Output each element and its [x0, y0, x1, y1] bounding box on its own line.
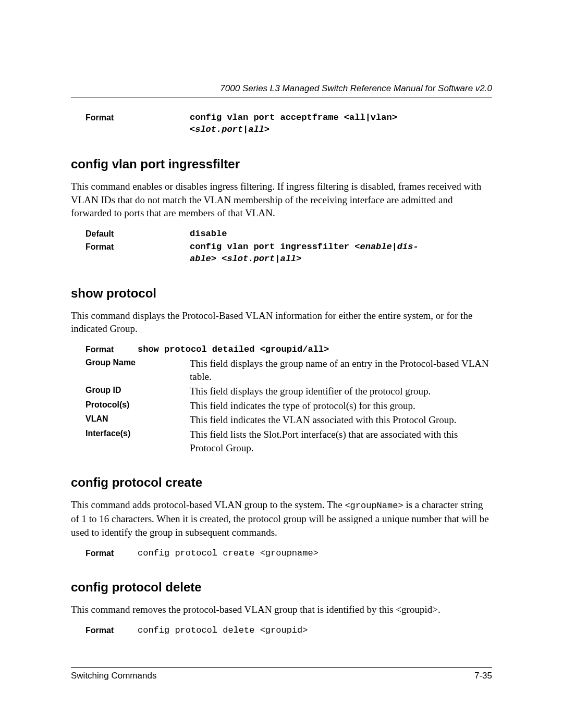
format-row: Format config vlan port ingressfilter <e…	[71, 241, 492, 265]
format-label: Format	[85, 112, 190, 136]
field-desc: This field displays the group identifier…	[190, 385, 492, 398]
section-body: This command removes the protocol-based …	[71, 603, 492, 616]
format-label: Format	[85, 625, 138, 637]
section-body: This command displays the Protocol-Based…	[71, 309, 492, 336]
field-row: Interface(s) This field lists the Slot.P…	[71, 428, 492, 454]
format-row: Format config protocol create <groupname…	[71, 548, 492, 560]
field-desc: This field displays the group name of an…	[190, 357, 492, 384]
field-desc: This field indicates the VLAN associated…	[190, 413, 492, 427]
footer-page-number: 7-35	[474, 671, 492, 681]
running-head: 7000 Series L3 Managed Switch Reference …	[71, 83, 492, 97]
default-label: Default	[85, 228, 190, 240]
format-code-arg: slot.port|all	[227, 254, 296, 264]
format-row: Format config protocol delete <groupid>	[71, 625, 492, 637]
format-line2: <slot.port|all>	[190, 125, 270, 134]
default-value: disable	[190, 228, 492, 240]
page: 7000 Series L3 Managed Switch Reference …	[0, 0, 563, 728]
field-row: VLAN This field indicates the VLAN assoc…	[71, 413, 492, 427]
format-label: Format	[85, 344, 138, 356]
format-row: Format config vlan port acceptframe <all…	[71, 112, 492, 136]
field-label: Group ID	[85, 385, 190, 398]
field-row: Group Name This field displays the group…	[71, 357, 492, 384]
field-row: Protocol(s) This field indicates the typ…	[71, 399, 492, 413]
format-code-arg: enable|dis-	[360, 242, 418, 252]
section-heading-show-protocol: show protocol	[71, 286, 492, 301]
format-code-suffix: >	[296, 254, 301, 264]
section-heading-protocol-create: config protocol create	[71, 475, 492, 490]
format-value: config protocol create <groupname>	[138, 548, 492, 560]
section-heading-ingressfilter: config vlan port ingressfilter	[71, 157, 492, 171]
field-label: VLAN	[85, 413, 190, 427]
format-value: config vlan port acceptframe <all|vlan> …	[190, 112, 492, 136]
section-heading-protocol-delete: config protocol delete	[71, 580, 492, 595]
format-code-arg: able	[190, 254, 211, 264]
format-value: config vlan port ingressfilter <enable|d…	[190, 241, 492, 265]
section-body: This command enables or disables ingress…	[71, 180, 492, 220]
format-label: Format	[85, 548, 138, 560]
footer-section: Switching Commands	[71, 671, 156, 681]
field-label: Group Name	[85, 357, 190, 384]
format-value: show protocol detailed <groupid/all>	[138, 344, 492, 356]
field-desc: This field lists the Slot.Port interface…	[190, 428, 492, 454]
body-text: This command adds protocol-based VLAN gr…	[71, 499, 345, 510]
field-label: Interface(s)	[85, 428, 190, 454]
field-desc: This field indicates the type of protoco…	[190, 399, 492, 413]
format-code-sep: > <	[211, 254, 227, 264]
format-row: Format show protocol detailed <groupid/a…	[71, 344, 492, 356]
page-footer: Switching Commands 7-35	[71, 667, 492, 681]
format-code-prefix: config vlan port ingressfilter <	[190, 242, 360, 252]
section-body: This command adds protocol-based VLAN gr…	[71, 498, 492, 539]
default-row: Default disable	[71, 228, 492, 240]
field-row: Group ID This field displays the group i…	[71, 385, 492, 398]
format-value: config protocol delete <groupid>	[138, 625, 492, 637]
format-line1: config vlan port acceptframe <all|vlan>	[190, 113, 397, 122]
inline-code: <groupName>	[345, 501, 403, 511]
field-label: Protocol(s)	[85, 399, 190, 413]
format-label: Format	[85, 241, 190, 265]
